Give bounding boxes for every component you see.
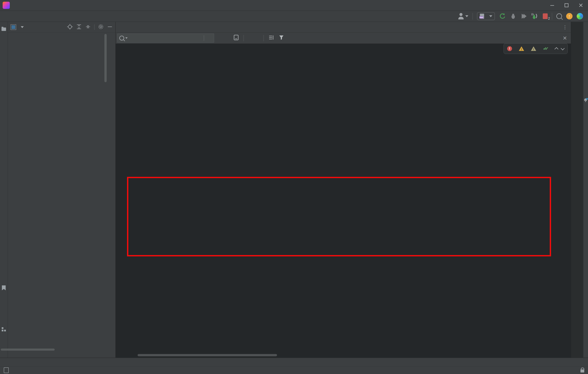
- editor-area: ⋮: [116, 22, 571, 358]
- project-tree: [8, 32, 115, 358]
- breakpoint-event-icon: [4, 367, 9, 373]
- left-tool-strip: [0, 22, 8, 358]
- rerun-icon[interactable]: [499, 13, 506, 20]
- project-view-select[interactable]: [10, 24, 24, 30]
- run-configuration-select[interactable]: PHP: [477, 12, 495, 20]
- close-find-bar-icon[interactable]: ✕: [563, 35, 567, 41]
- search-input[interactable]: [117, 33, 214, 43]
- project-panel-header: [8, 22, 115, 32]
- bar-divider: [263, 35, 264, 41]
- structure-icon: [2, 327, 6, 331]
- bar-divider: [243, 35, 244, 41]
- toolbar-divider: [94, 24, 94, 30]
- listen-debug-icon[interactable]: [531, 13, 539, 20]
- tool-tab-project[interactable]: [0, 26, 8, 31]
- stop-icon[interactable]: [543, 13, 548, 19]
- field-divider: [204, 35, 204, 41]
- window-controls: [545, 0, 588, 10]
- project-panel: [8, 22, 116, 358]
- sphere-icon[interactable]: [577, 13, 583, 19]
- maximize-button[interactable]: [559, 0, 574, 10]
- inspections-widget[interactable]: ! ! ! ✔✔: [504, 43, 568, 54]
- folder-icon: [1, 28, 6, 31]
- tree-vertical-scrollbar[interactable]: [105, 34, 107, 82]
- ide-window: PHP ↑: [0, 0, 588, 374]
- open-in-find-window-button[interactable]: [234, 35, 239, 42]
- next-problem-icon[interactable]: [561, 46, 565, 50]
- editor-tabs: ⋮: [116, 22, 571, 32]
- chevron-down-icon: [489, 15, 492, 17]
- status-bar: [0, 366, 588, 374]
- more-options-icon[interactable]: ⋮: [559, 24, 571, 30]
- status-message: [4, 367, 11, 373]
- search-everywhere-icon[interactable]: [556, 13, 562, 19]
- tool-tab-structure[interactable]: [0, 325, 8, 331]
- settings-icon[interactable]: [98, 24, 104, 30]
- title-bar: [0, 0, 588, 11]
- minimize-button[interactable]: [545, 0, 559, 10]
- toolbar-divider: [472, 13, 473, 20]
- resume-icon[interactable]: [521, 13, 527, 19]
- run-toolbar: PHP ↑: [458, 12, 588, 20]
- search-options-list-icon[interactable]: [269, 35, 274, 42]
- previous-problem-icon[interactable]: [555, 47, 558, 51]
- right-tool-strip: [583, 22, 588, 358]
- debug-icon[interactable]: [510, 13, 516, 19]
- expand-all-icon[interactable]: [76, 24, 82, 30]
- ok-icon: ✔✔: [543, 46, 547, 51]
- php-file-icon: PHP: [480, 14, 484, 19]
- weak-warnings-icon: !: [531, 46, 536, 51]
- error-stripe-scrollbar[interactable]: [571, 22, 583, 358]
- search-icon: [119, 36, 124, 41]
- bell-icon[interactable]: [584, 98, 588, 102]
- locate-icon[interactable]: [67, 24, 73, 30]
- bookmark-icon: [2, 285, 6, 290]
- horizontal-scrollbar[interactable]: [137, 354, 277, 356]
- find-bar: ✕: [116, 32, 571, 44]
- update-icon[interactable]: ↑: [566, 13, 573, 19]
- filter-icon[interactable]: [279, 35, 284, 41]
- errors-icon: !: [507, 46, 512, 51]
- close-button[interactable]: [574, 0, 588, 10]
- tool-tab-bookmarks[interactable]: [0, 284, 8, 290]
- hide-icon[interactable]: [107, 24, 113, 30]
- tool-window-bar: [0, 358, 588, 366]
- toolbar-divider: [552, 13, 552, 20]
- collapse-all-icon[interactable]: [85, 24, 91, 30]
- project-tab-icon: [10, 24, 16, 30]
- code-editor[interactable]: [116, 44, 571, 358]
- chevron-down-icon: [21, 26, 24, 28]
- tree-horizontal-scrollbar[interactable]: [1, 349, 55, 351]
- navigation-bar: PHP ↑: [0, 11, 588, 22]
- warnings-icon: !: [519, 46, 524, 51]
- user-icon[interactable]: [458, 13, 468, 19]
- status-widgets: [572, 368, 584, 373]
- lock-icon[interactable]: [580, 369, 584, 373]
- phpstorm-logo-icon: [3, 2, 10, 9]
- search-options-icon: [125, 37, 128, 39]
